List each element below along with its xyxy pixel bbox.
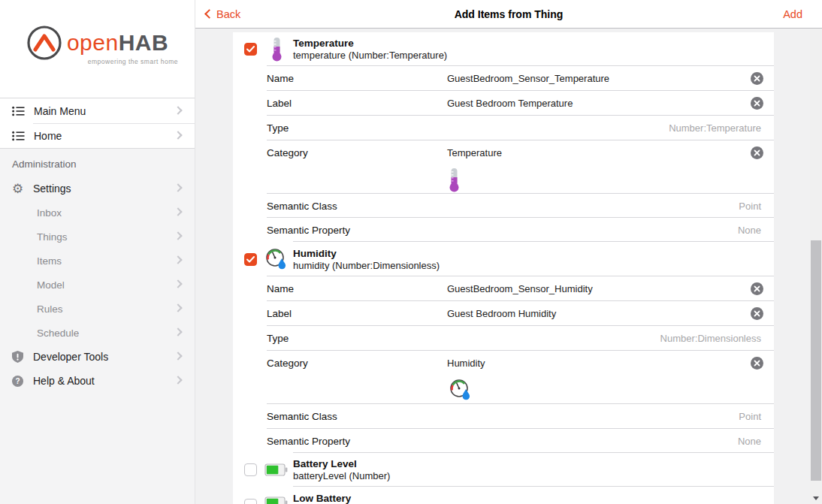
field-label: Semantic Class [267,411,337,422]
brand-open: open [67,30,119,56]
field-label: Semantic Property [267,225,350,236]
list-item-humidity: Humidity humidity (Number:Dimensionless) [233,242,774,276]
sidebar-item-items[interactable]: Items [0,249,195,273]
category-icon-preview [233,376,774,404]
item-subtitle: humidity (Number:Dimensionless) [293,260,440,271]
sidebar-item-model[interactable]: Model [0,273,195,297]
type-value: Number:Dimensionless [660,333,761,344]
sidebar-item-schedule[interactable]: Schedule [0,321,195,345]
chevron-right-icon [174,231,182,240]
field-label: Name [267,73,294,84]
field-label: Category [267,358,308,369]
sidebar-item-help-about[interactable]: ? Help & About [0,369,195,393]
sidebar-item-rules[interactable]: Rules [0,297,195,321]
category-input[interactable]: Humidity [447,358,485,369]
scrollbar-down-arrow-icon[interactable] [813,496,819,500]
back-label: Back [216,8,240,20]
label-input[interactable]: Guest Bedroom Humidity [447,308,556,319]
chevron-right-icon [174,131,182,139]
list-icon [12,106,25,116]
sidebar-item-label: Rules [37,303,63,315]
sidebar-item-home[interactable]: Home [0,123,195,148]
checkbox-low-battery[interactable] [244,499,257,504]
field-row-name[interactable]: Name GuestBedroom_Sensor_Temperature [233,66,774,91]
chevron-right-icon [174,327,182,336]
field-label: Name [267,283,294,294]
scrollbar-thumb[interactable] [811,240,821,481]
checkbox-humidity[interactable] [244,253,257,266]
label-input[interactable]: Guest Bedroom Temperature [447,98,573,109]
sidebar-item-things[interactable]: Things [0,225,195,249]
name-input[interactable]: GuestBedroom_Sensor_Humidity [447,283,593,294]
field-label: Category [267,147,308,158]
openhab-logo: openHAB empowering the smart home [0,25,195,65]
sidebar-item-label: Home [34,130,62,142]
field-row-label[interactable]: Label Guest Bedroom Humidity [233,301,774,326]
chevron-right-icon [174,376,182,384]
name-input[interactable]: GuestBedroom_Sensor_Temperature [447,73,609,84]
checkbox-battery-level[interactable] [244,463,257,476]
field-row-type: Type Number:Temperature [233,116,774,140]
checkbox-temperature[interactable] [244,43,257,56]
item-title: Low Battery [293,493,351,504]
field-label: Semantic Class [267,201,337,212]
clear-icon[interactable] [751,307,763,320]
field-label: Label [267,308,292,319]
temperature-icon [449,167,459,192]
item-title: Battery Level [293,458,390,469]
item-title: Humidity [293,248,440,259]
item-subtitle: batteryLevel (Number) [293,470,390,481]
clear-icon[interactable] [751,97,763,110]
vertical-scrollbar[interactable] [810,29,822,504]
sidebar-item-developer-tools[interactable]: Developer Tools [0,345,195,369]
brand-tagline: empowering the smart home [88,58,178,65]
battery-icon [264,496,289,504]
category-input[interactable]: Temperature [447,147,502,158]
back-button[interactable]: Back [206,8,240,20]
item-subtitle: temperature (Number:Temperature) [293,50,447,61]
field-label: Type [267,333,289,344]
field-row-semantic-class[interactable]: Semantic Class Point [233,404,774,429]
clear-icon[interactable] [751,146,763,159]
field-row-semantic-property[interactable]: Semantic Property None [233,429,774,453]
sidebar-admin-list: ⚙ Settings Inbox Things Items Model Rule… [0,177,195,393]
list-item-low-battery: Low Battery [233,487,774,504]
field-row-category[interactable]: Category Humidity [233,351,774,376]
field-row-type: Type Number:Dimensionless [233,326,774,351]
sidebar-item-label: Model [37,279,65,291]
sidebar: openHAB empowering the smart home Main M… [0,0,195,504]
main-area: Back Add Items from Thing Add Temperatur… [195,0,822,504]
field-row-label[interactable]: Label Guest Bedroom Temperature [233,91,774,116]
list-item-battery-level: Battery Level batteryLevel (Number) [233,453,774,487]
chevron-right-icon [174,279,182,288]
field-row-semantic-class[interactable]: Semantic Class Point [233,194,774,218]
chevron-right-icon [174,183,182,192]
page-title: Add Items from Thing [195,8,822,20]
clear-icon[interactable] [751,357,763,370]
chevron-right-icon [174,255,182,264]
list-icon [12,131,25,141]
temperature-icon [272,37,282,62]
category-icon-preview [233,165,774,194]
chevron-right-icon [174,106,182,114]
type-value: Number:Temperature [669,122,761,134]
field-label: Type [267,122,289,134]
semantic-class-value: Point [739,201,761,212]
add-button[interactable]: Add [783,8,802,20]
navbar: Back Add Items from Thing Add [195,0,822,29]
clear-icon[interactable] [751,72,763,85]
field-row-semantic-property[interactable]: Semantic Property None [233,218,774,242]
field-row-category[interactable]: Category Temperature [233,140,774,165]
sidebar-item-label: Schedule [37,327,79,339]
sidebar-item-inbox[interactable]: Inbox [0,201,195,225]
sidebar-item-main-menu[interactable]: Main Menu [0,98,195,123]
sidebar-item-label: Main Menu [34,105,86,117]
clear-icon[interactable] [751,282,763,295]
field-label: Label [267,98,292,109]
sidebar-item-label: Things [37,231,68,243]
chevron-right-icon [174,303,182,312]
chevron-right-icon [174,352,182,360]
field-row-name[interactable]: Name GuestBedroom_Sensor_Humidity [233,276,774,301]
sidebar-item-settings[interactable]: ⚙ Settings [0,177,195,201]
sidebar-item-label: Developer Tools [33,351,108,363]
